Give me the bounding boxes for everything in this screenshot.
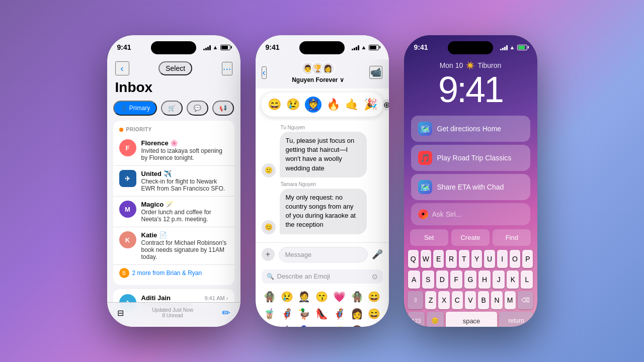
emoji-search-placeholder: Describe an Emoji (277, 273, 331, 280)
reaction-party[interactable]: 🎉 (364, 98, 377, 111)
priority-label: PRIORITY (113, 125, 234, 135)
mail-tab-social[interactable]: 💬 (187, 101, 208, 116)
mail-tab-primary[interactable]: 👤 Primary (113, 101, 157, 116)
emoji-15[interactable]: 🚧 (262, 323, 278, 327)
key-u[interactable]: U (484, 250, 495, 268)
key-emoji[interactable]: 😊 (427, 312, 444, 327)
facetime-button[interactable]: 📹 (369, 66, 382, 79)
key-s[interactable]: S (422, 270, 434, 289)
emoji-reaction-bar[interactable]: 😄 😢 👮 🔥 🤙 🎉 ⊕ (262, 93, 383, 117)
emoji-10[interactable]: 🦆 (296, 306, 312, 322)
key-a[interactable]: A (408, 270, 420, 289)
key-z[interactable]: Z (425, 291, 436, 309)
key-e[interactable]: E (433, 250, 444, 268)
key-d[interactable]: D (436, 270, 448, 289)
sender-tamara: Tamara Nguyen (281, 182, 383, 187)
emoji-4[interactable]: 😙 (314, 289, 330, 305)
time-1: 9:41 (117, 43, 131, 51)
key-delete[interactable]: ⌫ (518, 291, 533, 309)
siri-card-music[interactable]: 🎵 Play Road Trip Classics (411, 145, 530, 171)
emoji-19[interactable]: 🎂 (331, 323, 347, 327)
key-t[interactable]: T (459, 250, 469, 268)
mail-item-magico[interactable]: M Magico 🪄 Order lunch and coffee for Ne… (113, 197, 234, 227)
mail-item-florence[interactable]: F Florence 🌸 Invited to izakaya soft ope… (113, 135, 234, 166)
key-y[interactable]: Y (471, 250, 482, 268)
key-p[interactable]: P (522, 250, 533, 268)
siri-card-directions[interactable]: 🗺️ Get directions Home (411, 116, 530, 142)
more-from-link[interactable]: B 2 more from Brian & Ryan (113, 265, 234, 281)
mail-filter-icon[interactable]: ⊟ (117, 308, 124, 318)
emoji-11[interactable]: 👠 (314, 306, 330, 322)
emoji-grid: 🧌 😢 🤵 😙 💗 🧌 😄 🧋 🦸 🦆 👠 🦸 👩 😄 🚧 🤖 🧙 💻 🎂 👩 … (256, 287, 389, 327)
key-m[interactable]: M (505, 291, 516, 309)
reaction-add[interactable]: ⊕ (382, 99, 389, 111)
reaction-smile[interactable]: 😄 (268, 98, 281, 111)
reaction-hand[interactable]: 🤙 (345, 98, 359, 111)
key-q[interactable]: Q (408, 250, 419, 268)
mail-tab-updates[interactable]: 📢 (212, 101, 234, 116)
keyboard: Q W E R T Y U I O P A S D F G H (408, 250, 533, 327)
action-set[interactable]: Set (410, 229, 448, 246)
emoji-search-bar[interactable]: 🔍 Describe an Emoji ⊙ (262, 269, 383, 284)
messages-back-button[interactable]: ‹ (262, 66, 267, 79)
key-v[interactable]: V (465, 291, 476, 309)
emoji-3[interactable]: 🤵 (296, 289, 312, 305)
siri-ask-bar[interactable]: ✦ Ask Siri... (411, 203, 530, 225)
key-j[interactable]: J (493, 270, 505, 289)
emoji-8[interactable]: 🧋 (262, 306, 278, 322)
mail-back-button[interactable]: ‹ (115, 61, 129, 75)
emoji-14[interactable]: 😄 (366, 306, 382, 322)
key-f[interactable]: F (450, 270, 462, 289)
mail-item-katie[interactable]: K Katie 📄 Contract for Michael Robinson'… (113, 227, 234, 265)
key-o[interactable]: O (510, 250, 520, 268)
dynamic-island-3 (448, 41, 493, 54)
reaction-police[interactable]: 👮 (305, 97, 321, 113)
key-b[interactable]: B (478, 291, 489, 309)
mail-select-button[interactable]: Select (158, 61, 192, 75)
status-icons-2: ▲ (352, 44, 379, 50)
action-find[interactable]: Find (493, 229, 531, 246)
key-x[interactable]: X (438, 291, 449, 309)
message-mic-button[interactable]: 🎤 (372, 249, 383, 260)
action-create[interactable]: Create (451, 229, 490, 246)
mail-item-united[interactable]: ✈ United ✈️ Check-in for flight to Newar… (113, 166, 234, 197)
key-l[interactable]: L (521, 270, 533, 289)
mail-compose-button[interactable]: ✏ (222, 307, 230, 319)
emoji-20[interactable]: 👩 (349, 323, 365, 327)
message-add-button[interactable]: + (262, 248, 275, 261)
reaction-fire[interactable]: 🔥 (327, 98, 340, 111)
reaction-cry[interactable]: 😢 (286, 98, 300, 111)
emoji-7[interactable]: 😄 (366, 289, 382, 305)
key-k[interactable]: K (507, 270, 519, 289)
key-i[interactable]: I (497, 250, 508, 268)
siri-card-eta[interactable]: 🗺️ Share ETA with Chad (411, 174, 530, 200)
emoji-12[interactable]: 🦸 (331, 306, 347, 322)
key-123[interactable]: 123 (408, 312, 425, 327)
group-name[interactable]: Nguyen Forever ∨ (292, 76, 344, 83)
emoji-21[interactable]: 😄 (366, 323, 382, 327)
emoji-5[interactable]: 💗 (331, 289, 347, 305)
emoji-18[interactable]: 💻 (314, 323, 330, 327)
emoji-2[interactable]: 😢 (279, 289, 295, 305)
key-n[interactable]: N (491, 291, 502, 309)
key-h[interactable]: H (478, 270, 491, 289)
key-space[interactable]: space (446, 312, 498, 327)
emoji-13[interactable]: 👩 (349, 306, 365, 322)
key-shift[interactable]: ⇧ (408, 291, 423, 309)
emoji-1[interactable]: 🧌 (262, 289, 278, 305)
emoji-6[interactable]: 🧌 (349, 289, 365, 305)
emoji-9[interactable]: 🦸 (279, 306, 295, 322)
key-return[interactable]: return (499, 312, 533, 327)
avatar-katie: K (119, 231, 136, 248)
key-c[interactable]: C (452, 291, 463, 309)
mail-more-button[interactable]: ··· (222, 62, 232, 75)
key-r[interactable]: R (446, 250, 456, 268)
key-g[interactable]: G (464, 270, 476, 289)
message-input[interactable]: Message (279, 247, 368, 262)
key-w[interactable]: W (421, 250, 431, 268)
emoji-17[interactable]: 🧙 (296, 323, 312, 327)
emoji-16[interactable]: 🤖 (279, 323, 295, 327)
battery-icon-2 (369, 45, 379, 50)
emoji-custom-icon[interactable]: ⊙ (372, 273, 378, 281)
mail-tab-shopping[interactable]: 🛒 (161, 101, 183, 116)
